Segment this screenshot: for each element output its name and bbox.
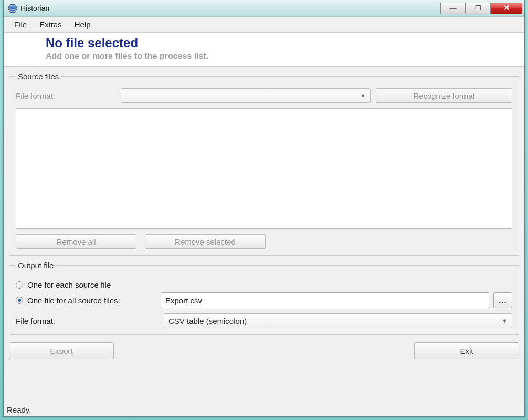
- source-files-list[interactable]: [16, 108, 512, 229]
- output-file-format-combo[interactable]: CSV table (semicolon) ▼: [164, 313, 512, 328]
- content-area: Source files File format: ▼ Recognize fo…: [4, 67, 524, 403]
- menu-extras[interactable]: Extras: [34, 18, 67, 31]
- source-file-format-combo[interactable]: ▼: [121, 88, 371, 103]
- app-icon: [8, 4, 17, 13]
- exit-button[interactable]: Exit: [414, 342, 519, 359]
- app-window: Historian — ❐ ✕ File Extras Help No file…: [3, 0, 525, 417]
- window-title: Historian: [20, 4, 440, 13]
- output-file-format-label: File format:: [16, 317, 159, 326]
- radio-one-for-all[interactable]: [16, 297, 23, 304]
- source-file-format-label: File format:: [16, 91, 115, 100]
- radio-one-for-all-label: One file for all source files:: [27, 296, 156, 305]
- output-file-legend: Output file: [16, 261, 56, 270]
- output-file-format-value: CSV table (semicolon): [168, 317, 247, 326]
- export-button[interactable]: Export: [9, 342, 114, 359]
- page-subtitle: Add one or more files to the process lis…: [46, 51, 519, 61]
- menu-help[interactable]: Help: [69, 18, 96, 31]
- source-files-legend: Source files: [16, 72, 61, 81]
- chevron-down-icon: ▼: [502, 318, 508, 324]
- page-title: No file selected: [46, 36, 519, 50]
- output-filename-input[interactable]: Export.csv: [161, 292, 489, 308]
- action-row: Export Exit: [9, 335, 519, 364]
- source-files-group: Source files File format: ▼ Recognize fo…: [9, 72, 519, 256]
- remove-all-button[interactable]: Remove all: [16, 234, 136, 249]
- header-panel: No file selected Add one or more files t…: [4, 33, 524, 67]
- menubar: File Extras Help: [4, 17, 524, 33]
- chevron-down-icon: ▼: [360, 92, 366, 99]
- close-button[interactable]: ✕: [491, 3, 522, 14]
- browse-button[interactable]: ...: [493, 292, 512, 308]
- recognize-format-button[interactable]: Recognize format: [376, 88, 512, 103]
- minimize-button[interactable]: —: [440, 3, 466, 14]
- output-filename-value: Export.csv: [165, 296, 202, 305]
- statusbar: Ready.: [4, 403, 524, 416]
- remove-selected-button[interactable]: Remove selected: [145, 234, 266, 249]
- status-text: Ready.: [7, 405, 31, 414]
- window-controls: — ❐ ✕: [440, 3, 522, 14]
- menu-file[interactable]: File: [9, 18, 32, 31]
- maximize-button[interactable]: ❐: [466, 3, 491, 14]
- output-file-group: Output file One for each source file One…: [9, 261, 519, 335]
- radio-one-per-source[interactable]: [16, 281, 23, 289]
- titlebar[interactable]: Historian — ❐ ✕: [4, 0, 524, 17]
- radio-one-per-source-label: One for each source file: [27, 280, 111, 289]
